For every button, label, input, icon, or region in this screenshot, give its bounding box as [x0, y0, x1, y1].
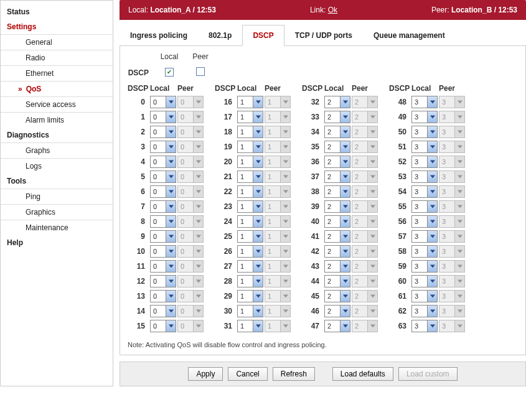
dscp-local-select-51[interactable]: 3 — [411, 141, 438, 153]
dscp-local-select-24[interactable]: 1 — [237, 215, 263, 228]
dscp-local-select-10[interactable]: 0 — [150, 245, 176, 258]
dscp-local-select-26[interactable]: 1 — [237, 245, 263, 258]
dscp-local-select-53[interactable]: 3 — [411, 170, 438, 183]
dscp-local-select-16[interactable]: 1 — [237, 96, 263, 108]
dscp-local-select-1[interactable]: 0 — [150, 111, 176, 123]
dscp-local-select-34[interactable]: 2 — [324, 126, 350, 138]
tab-8021p[interactable]: 802.1p — [198, 25, 242, 46]
dscp-local-select-59[interactable]: 3 — [411, 260, 438, 273]
tab-tcp-udp-ports[interactable]: TCP / UDP ports — [284, 25, 363, 46]
refresh-button[interactable]: Refresh — [273, 367, 315, 381]
sidebar-diagnostics[interactable]: Diagnostics — [1, 128, 113, 142]
dscp-local-select-2[interactable]: 0 — [150, 126, 176, 138]
chevron-down-icon — [454, 111, 464, 123]
dscp-local-select-36[interactable]: 2 — [324, 156, 350, 168]
sidebar-sub-graphics[interactable]: Graphics — [1, 204, 113, 220]
dscp-local-select-52[interactable]: 3 — [411, 156, 438, 168]
dscp-local-select-29[interactable]: 1 — [237, 290, 263, 302]
dscp-local-select-20[interactable]: 1 — [237, 156, 263, 168]
dscp-local-select-30[interactable]: 1 — [237, 305, 263, 317]
dscp-peer-checkbox[interactable] — [196, 67, 205, 76]
dscp-local-select-25[interactable]: 1 — [237, 230, 263, 243]
dscp-local-select-14[interactable]: 0 — [150, 305, 176, 317]
dscp-local-select-22[interactable]: 1 — [237, 185, 263, 198]
sidebar-sub-logs[interactable]: Logs — [1, 158, 113, 174]
dscp-local-select-47[interactable]: 2 — [324, 320, 350, 332]
dscp-local-select-15[interactable]: 0 — [150, 320, 176, 332]
dscp-local-select-13[interactable]: 0 — [150, 290, 176, 302]
load-defaults-button[interactable]: Load defaults — [332, 367, 393, 381]
tab-queue-management[interactable]: Queue management — [363, 25, 456, 46]
dscp-local-select-44[interactable]: 2 — [324, 275, 350, 287]
dscp-local-select-46[interactable]: 2 — [324, 305, 350, 317]
dscp-local-select-63[interactable]: 3 — [411, 320, 438, 332]
sidebar-settings[interactable]: Settings — [1, 19, 113, 34]
dscp-index: 37 — [302, 172, 323, 181]
dscp-local-select-4[interactable]: 0 — [150, 156, 176, 168]
dscp-local-select-58[interactable]: 3 — [411, 245, 438, 258]
sidebar-tools[interactable]: Tools — [1, 174, 113, 189]
banner-link-value[interactable]: Ok — [328, 6, 337, 14]
dscp-local-select-39[interactable]: 2 — [324, 200, 350, 213]
tab-dscp[interactable]: DSCP — [242, 25, 284, 46]
dscp-local-select-12[interactable]: 0 — [150, 275, 176, 287]
dscp-local-select-50[interactable]: 3 — [411, 126, 438, 138]
dscp-local-select-3[interactable]: 0 — [150, 141, 176, 153]
dscp-index: 40 — [302, 217, 323, 226]
dscp-local-select-23[interactable]: 1 — [237, 200, 263, 213]
dscp-local-select-41[interactable]: 2 — [324, 230, 350, 243]
dscp-local-select-56[interactable]: 3 — [411, 215, 438, 228]
dscp-local-select-33[interactable]: 2 — [324, 111, 350, 123]
dscp-local-select-48[interactable]: 3 — [411, 96, 438, 108]
dscp-local-select-40[interactable]: 2 — [324, 215, 350, 228]
dscp-local-select-42[interactable]: 2 — [324, 245, 350, 258]
dscp-local-select-54[interactable]: 3 — [411, 185, 438, 198]
dscp-local-select-43[interactable]: 2 — [324, 260, 350, 273]
cancel-button[interactable]: Cancel — [228, 367, 267, 381]
dscp-local-select-19[interactable]: 1 — [237, 141, 263, 153]
dscp-local-select-21[interactable]: 1 — [237, 170, 263, 183]
sidebar-sub-ping[interactable]: Ping — [1, 189, 113, 204]
dscp-local-select-55[interactable]: 3 — [411, 200, 438, 213]
dscp-local-select-49[interactable]: 3 — [411, 111, 438, 123]
dscp-local-select-57[interactable]: 3 — [411, 230, 438, 243]
sidebar-sub-radio[interactable]: Radio — [1, 50, 113, 65]
dscp-local-select-0[interactable]: 0 — [150, 96, 176, 108]
dscp-local-checkbox[interactable] — [165, 68, 174, 77]
svg-marker-2 — [169, 116, 174, 119]
dscp-local-select-6[interactable]: 0 — [150, 185, 176, 198]
apply-button[interactable]: Apply — [188, 367, 223, 381]
dscp-local-select-18[interactable]: 1 — [237, 126, 263, 138]
dscp-local-select-7[interactable]: 0 — [150, 200, 176, 213]
dscp-local-select-27[interactable]: 1 — [237, 260, 263, 273]
dscp-local-select-11[interactable]: 0 — [150, 260, 176, 273]
dscp-local-select-5[interactable]: 0 — [150, 170, 176, 183]
dscp-local-select-31[interactable]: 1 — [237, 320, 263, 332]
sidebar-sub-service-access[interactable]: Service access — [1, 96, 113, 112]
dscp-local-select-35[interactable]: 2 — [324, 141, 350, 153]
sidebar-sub-graphs[interactable]: Graphs — [1, 142, 113, 158]
dscp-local-select-28[interactable]: 1 — [237, 275, 263, 287]
dscp-local-select-62[interactable]: 3 — [411, 305, 438, 317]
dscp-local-select-38[interactable]: 2 — [324, 185, 350, 198]
chevron-down-icon — [427, 156, 437, 167]
dscp-local-select-9[interactable]: 0 — [150, 230, 176, 243]
dscp-local-select-17[interactable]: 1 — [237, 111, 263, 123]
dscp-local-select-60[interactable]: 3 — [411, 275, 438, 287]
sidebar-status[interactable]: Status — [1, 4, 113, 19]
dscp-local-select-32[interactable]: 2 — [324, 96, 350, 108]
sidebar-sub-maintenance[interactable]: Maintenance — [1, 220, 113, 235]
dscp-local-select-61[interactable]: 3 — [411, 290, 438, 302]
sidebar-sub-qos[interactable]: QoS — [1, 81, 113, 96]
dscp-local-select-45[interactable]: 2 — [324, 290, 350, 302]
svg-marker-115 — [458, 235, 463, 238]
dscp-local-select-8[interactable]: 0 — [150, 215, 176, 228]
sidebar-help[interactable]: Help — [1, 235, 113, 250]
dscp-peer-select-30: 1 — [265, 305, 291, 317]
sidebar-sub-ethernet[interactable]: Ethernet — [1, 65, 113, 81]
dscp-local-select-37[interactable]: 2 — [324, 170, 350, 183]
sidebar-sub-alarm-limits[interactable]: Alarm limits — [1, 112, 113, 128]
tab-ingress-policing[interactable]: Ingress policing — [120, 25, 198, 46]
sidebar-sub-general[interactable]: General — [1, 34, 113, 50]
svg-marker-16 — [169, 220, 174, 223]
